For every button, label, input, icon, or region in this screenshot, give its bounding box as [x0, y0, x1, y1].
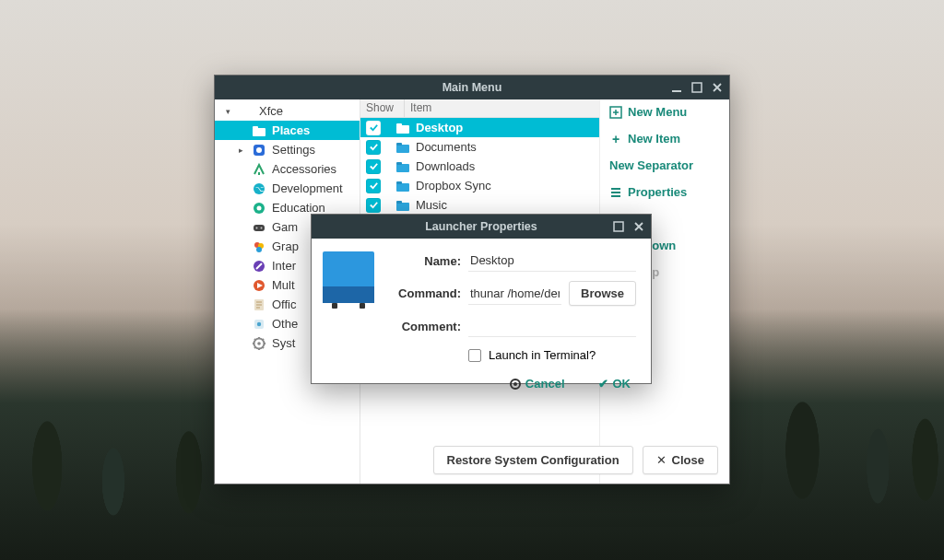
category-label: Development — [272, 181, 354, 195]
minimize-icon[interactable] — [670, 81, 683, 94]
svg-rect-25 — [396, 125, 409, 134]
folder-icon — [395, 121, 410, 135]
browse-label: Browse — [581, 286, 624, 300]
svg-rect-34 — [396, 201, 402, 204]
svg-point-10 — [257, 205, 262, 210]
comment-label: Comment: — [387, 320, 461, 333]
svg-point-13 — [261, 227, 263, 228]
col-show[interactable]: Show — [360, 99, 405, 117]
properties-label: Properties — [628, 185, 687, 199]
new-menu-label: New Menu — [628, 105, 687, 119]
category-item-settings[interactable]: ▸Settings — [215, 140, 360, 159]
svg-text:⌥: ⌥ — [255, 185, 264, 193]
svg-rect-26 — [396, 123, 402, 126]
item-row-documents[interactable]: Documents — [360, 137, 599, 157]
other-icon — [252, 317, 266, 332]
close-icon[interactable] — [632, 220, 645, 233]
accessories-icon — [252, 162, 266, 177]
col-item[interactable]: Item — [405, 99, 599, 117]
items-header: Show Item — [360, 99, 599, 118]
category-label: Accessories — [272, 162, 354, 176]
cancel-button[interactable]: Cancel — [510, 377, 565, 391]
svg-point-12 — [256, 227, 258, 228]
item-label: Dropbox Sync — [416, 179, 491, 192]
svg-rect-33 — [396, 203, 409, 211]
svg-rect-36 — [614, 222, 623, 231]
new-menu-button[interactable]: New Menu — [609, 105, 720, 119]
folder-icon — [395, 198, 410, 213]
item-label: Downloads — [416, 159, 475, 173]
item-label: Music — [416, 198, 447, 212]
name-label: Name: — [387, 254, 461, 268]
dev-icon: ⌥ — [252, 181, 266, 196]
launch-terminal-checkbox[interactable] — [468, 349, 481, 362]
svg-rect-3 — [253, 126, 258, 129]
show-checkbox[interactable] — [366, 121, 381, 135]
category-item-places[interactable]: Places — [215, 121, 360, 140]
collapse-icon[interactable]: ▾ — [226, 107, 233, 116]
folder-icon — [252, 123, 266, 138]
category-label: Places — [272, 123, 354, 137]
command-label: Command: — [387, 286, 461, 300]
close-icon[interactable] — [711, 81, 724, 94]
cancel-icon — [510, 379, 521, 390]
games-icon — [252, 220, 266, 235]
multimedia-icon — [252, 278, 266, 293]
close-label: Close — [672, 453, 704, 467]
svg-rect-2 — [253, 128, 266, 136]
svg-rect-28 — [396, 143, 402, 146]
svg-rect-1 — [692, 83, 702, 92]
item-row-dropbox-sync[interactable]: Dropbox Sync — [360, 176, 599, 195]
item-row-desktop[interactable]: Desktop — [360, 118, 599, 137]
launcher-icon[interactable] — [323, 251, 374, 303]
cancel-label: Cancel — [525, 377, 565, 391]
command-field[interactable] — [468, 283, 561, 305]
close-button[interactable]: ✕Close — [643, 446, 718, 474]
new-separator-button[interactable]: New Separator — [609, 158, 720, 172]
category-label: Settings — [272, 143, 354, 157]
item-label: Documents — [416, 140, 477, 154]
show-checkbox[interactable] — [366, 140, 381, 155]
main-menu-titlebar[interactable]: Main Menu — [215, 76, 729, 99]
svg-rect-32 — [396, 181, 402, 184]
close-x-icon: ✕ — [656, 453, 667, 467]
svg-rect-31 — [396, 183, 409, 192]
settings-icon — [252, 143, 266, 158]
svg-rect-27 — [396, 145, 409, 153]
new-item-label: New Item — [628, 132, 680, 146]
edu-icon — [252, 201, 266, 216]
folder-icon — [395, 159, 410, 174]
show-checkbox[interactable] — [366, 159, 381, 174]
launcher-titlebar[interactable]: Launcher Properties — [312, 215, 651, 239]
new-item-button[interactable]: + New Item — [609, 132, 720, 146]
svg-rect-0 — [672, 90, 681, 92]
ok-label: OK — [613, 377, 631, 391]
properties-button[interactable]: Properties — [609, 185, 720, 199]
name-field[interactable] — [468, 250, 636, 272]
new-separator-label: New Separator — [609, 158, 693, 172]
folder-icon — [395, 140, 410, 155]
item-row-music[interactable]: Music — [360, 195, 599, 215]
comment-field[interactable] — [468, 315, 636, 337]
category-item-accessories[interactable]: Accessories — [215, 159, 360, 179]
item-row-downloads[interactable]: Downloads — [360, 157, 599, 176]
svg-rect-29 — [396, 164, 409, 172]
show-checkbox[interactable] — [366, 198, 381, 213]
graphics-icon — [252, 239, 266, 254]
restore-config-button[interactable]: Restore System Configuration — [433, 446, 633, 474]
system-icon — [252, 336, 266, 351]
category-item-development[interactable]: ⌥Development — [215, 179, 360, 198]
category-label: Education — [272, 201, 354, 215]
category-root[interactable]: ▾ Xfce — [215, 101, 360, 121]
expand-icon[interactable]: ▸ — [239, 146, 246, 155]
show-checkbox[interactable] — [366, 179, 381, 193]
browse-button[interactable]: Browse — [569, 281, 636, 306]
category-root-label: Xfce — [259, 104, 354, 118]
xfce-icon — [239, 104, 254, 119]
maximize-icon[interactable] — [612, 220, 625, 233]
maximize-icon[interactable] — [690, 81, 703, 94]
internet-icon — [252, 259, 266, 274]
restore-config-label: Restore System Configuration — [447, 453, 620, 467]
folder-icon — [395, 179, 410, 193]
ok-button[interactable]: ✔ OK — [598, 377, 631, 391]
